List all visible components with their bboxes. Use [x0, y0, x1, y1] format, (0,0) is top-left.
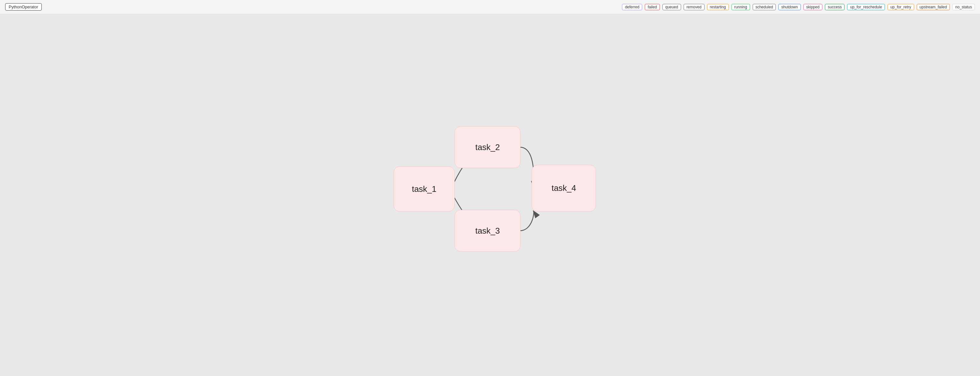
task-node-task3[interactable]: task_3: [455, 210, 520, 252]
task-label-task3: task_3: [475, 226, 500, 236]
task-node-task4[interactable]: task_4: [532, 165, 596, 212]
status-badge-scheduled[interactable]: scheduled: [752, 4, 776, 10]
status-badge-deferred[interactable]: deferred: [622, 4, 642, 10]
status-badge-shutdown[interactable]: shutdown: [778, 4, 800, 10]
status-badge-removed[interactable]: removed: [684, 4, 705, 10]
status-badge-up_for_retry[interactable]: up_for_retry: [888, 4, 914, 10]
status-badge-skipped[interactable]: skipped: [803, 4, 822, 10]
status-badge-up_for_reschedule[interactable]: up_for_reschedule: [847, 4, 885, 10]
status-badge-no_status[interactable]: no_status: [952, 4, 975, 10]
status-legend: deferredfailedqueuedremovedrestartingrun…: [622, 4, 975, 10]
task-node-task1[interactable]: task_1: [394, 166, 455, 212]
operator-badge[interactable]: PythonOperator: [5, 3, 42, 11]
status-badge-restarting[interactable]: restarting: [707, 4, 729, 10]
task-node-task2[interactable]: task_2: [455, 126, 520, 168]
dag-canvas: task_1 task_2 task_3 task_4: [0, 14, 980, 373]
status-badge-failed[interactable]: failed: [645, 4, 660, 10]
task-label-task2: task_2: [475, 142, 500, 152]
status-badge-queued[interactable]: queued: [662, 4, 681, 10]
task-label-task1: task_1: [412, 184, 437, 194]
status-badge-running[interactable]: running: [732, 4, 750, 10]
status-badge-success[interactable]: success: [825, 4, 845, 10]
top-bar: PythonOperator deferredfailedqueuedremov…: [0, 0, 980, 14]
status-badge-upstream_failed[interactable]: upstream_failed: [917, 4, 950, 10]
task-label-task4: task_4: [552, 183, 576, 193]
